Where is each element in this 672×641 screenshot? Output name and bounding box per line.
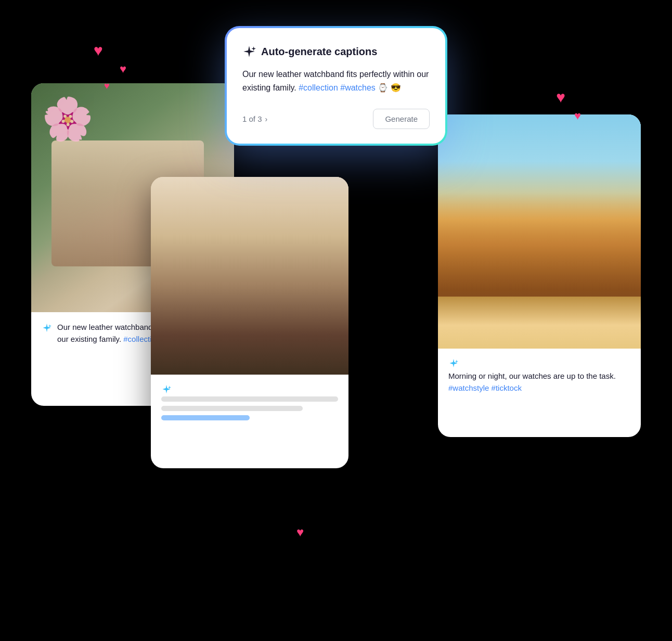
right-card-caption: Morning or night, our watches are up to … — [438, 349, 641, 403]
center-card — [151, 177, 348, 468]
center-card-photo — [151, 177, 348, 375]
right-card-image — [438, 114, 641, 349]
heart-decoration-2: ♥ — [120, 62, 126, 76]
feature-card: Auto-generate captions Our new leather w… — [227, 28, 445, 144]
pagination-arrow: › — [265, 115, 268, 123]
feature-header: Auto-generate captions — [242, 45, 430, 58]
sparkle-icon-left — [42, 323, 52, 335]
heart-decoration-1: ♥ — [94, 42, 103, 59]
pagination: 1 of 3 › — [242, 114, 267, 123]
right-card-text: Morning or night, our watches are up to … — [448, 370, 630, 394]
sparkle-icon-center — [161, 387, 172, 396]
center-card-image — [151, 177, 348, 375]
skeleton-line-2 — [161, 406, 303, 411]
generate-button[interactable]: Generate — [373, 109, 430, 129]
sparkle-icon-right — [448, 361, 459, 370]
skeleton-line-1 — [161, 396, 338, 402]
heart-decoration-4: ♥ — [556, 88, 565, 106]
heart-decoration-3: ♥ — [104, 81, 110, 92]
feature-hashtags: #collection #watches — [299, 83, 376, 92]
center-card-caption — [151, 375, 348, 436]
feature-emojis: ⌚ 😎 — [378, 83, 400, 92]
heart-decoration-5: ♥ — [574, 109, 581, 123]
skeleton-line-3 — [161, 415, 250, 420]
heart-decoration-6: ♥ — [296, 525, 304, 540]
feature-footer: 1 of 3 › Generate — [242, 109, 430, 129]
feature-card-wrapper: Auto-generate captions Our new leather w… — [225, 26, 447, 146]
feature-sparkle-icon — [242, 45, 256, 58]
right-card: Morning or night, our watches are up to … — [438, 114, 641, 437]
right-card-photo — [438, 114, 641, 349]
feature-body: Our new leather watchband fits perfectly… — [242, 68, 430, 94]
feature-title: Auto-generate captions — [261, 46, 377, 58]
scene: ♥ ♥ ♥ ♥ ♥ ♥ Our new leather watchband fi… — [0, 0, 672, 641]
